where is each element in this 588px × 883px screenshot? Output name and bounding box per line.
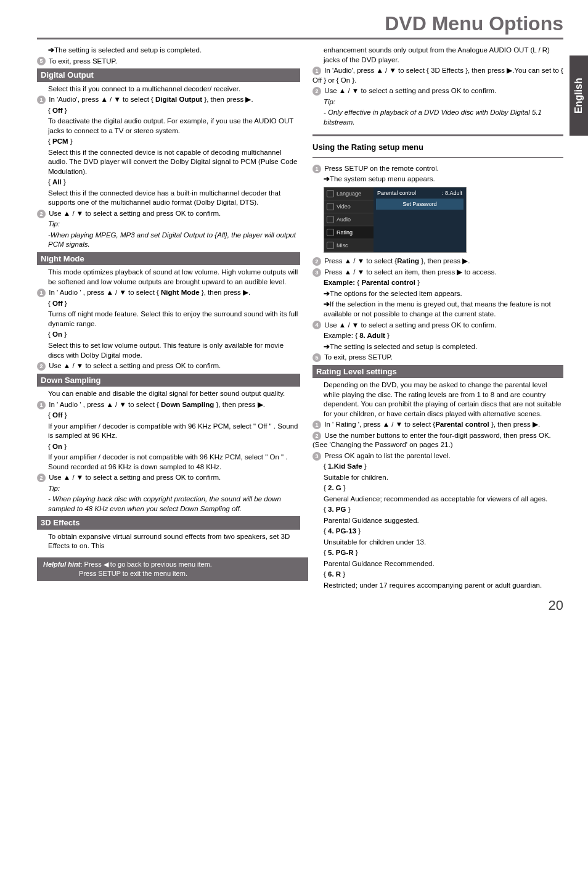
text: In ' Audio ' , press ▲ / ▼ to select { xyxy=(49,401,161,408)
option-off: Off xyxy=(52,411,63,419)
text: }, then press ▶. xyxy=(202,96,253,103)
text: }, then press ▶. xyxy=(214,401,265,408)
step-2-icon: 2 xyxy=(37,474,46,482)
text: The setting is selected and setup is com… xyxy=(330,343,477,350)
text: Press OK again to list the parental leve… xyxy=(324,452,451,459)
option-pg13: 4. PG-13 xyxy=(328,527,356,535)
text: Parental control xyxy=(435,421,489,428)
step-2-icon: 2 xyxy=(37,362,46,371)
option-off: Off xyxy=(52,107,63,114)
option-kid-safe: 1.Kid Safe xyxy=(328,462,362,470)
text: In 'Audio', press ▲ / ▼ to select { xyxy=(49,96,155,103)
menu-row-parental: Parental control: 8.Adult xyxy=(374,187,466,199)
option-on: On xyxy=(52,331,62,338)
text: This mode optimizes playback of sound at… xyxy=(48,268,300,287)
digital-output-heading: Digital Output xyxy=(37,68,300,82)
text: Restricted; under 17 requires accompanyi… xyxy=(324,581,563,591)
helpful-hint: Helpful hint: Press ◀ to go back to prev… xyxy=(37,557,308,581)
text: Use the number buttons to enter the four… xyxy=(312,432,551,449)
option-all: All xyxy=(52,178,62,186)
menu-sidebar: Language Video Audio Rating Misc xyxy=(324,187,374,253)
tip-text: - Only effective in playback of a DVD Vi… xyxy=(324,108,563,127)
arrow-icon xyxy=(324,343,330,350)
page-number: 20 xyxy=(37,598,563,614)
menu-screenshot: Language Video Audio Rating Misc Parenta… xyxy=(324,187,467,253)
text: The options for the selected item appear… xyxy=(330,290,462,297)
text: In ' Rating ', press ▲ / ▼ to select { xyxy=(324,421,435,428)
step-5-icon: 5 xyxy=(37,57,46,65)
text: Night Mode xyxy=(161,289,200,296)
option-off: Off xyxy=(52,300,63,307)
text: Use ▲ / ▼ to select a setting and press … xyxy=(324,87,496,94)
divider: Using the Rating setup menu xyxy=(312,134,563,158)
text: To obtain expansive virtual surround sou… xyxy=(48,532,300,551)
misc-icon xyxy=(327,242,334,249)
page-title: DVD Menu Options xyxy=(37,12,563,39)
text: } xyxy=(385,332,390,339)
tip-label: Tip: xyxy=(48,484,300,494)
example-label: Example: xyxy=(324,279,355,286)
text: The setting is selected and setup is com… xyxy=(54,46,202,54)
menu-item-rating: Rating xyxy=(324,226,374,239)
text: In 'Audio', press ▲ / ▼ to select { 3D E… xyxy=(312,67,563,84)
text: The system setup menu appears. xyxy=(330,175,435,183)
text: If your amplifier / decoder is compatibl… xyxy=(48,422,300,441)
text: Select this if the connected device is n… xyxy=(48,148,300,177)
text: }, then press ▶. xyxy=(419,257,470,265)
text: Digital Output xyxy=(155,96,202,103)
step-2-icon: 2 xyxy=(312,87,321,96)
arrow-icon xyxy=(48,46,54,54)
rating-setup-title: Using the Rating setup menu xyxy=(312,142,563,153)
hint-text: : Press ◀ to go back to previous menu it… xyxy=(81,561,212,568)
example-value: Parental control xyxy=(361,279,415,286)
text: Example: { xyxy=(324,332,359,339)
right-column: enhancement sounds only output from the … xyxy=(312,46,563,591)
option-on: On xyxy=(52,443,62,450)
text: If the selection in the menu is greyed o… xyxy=(324,300,551,318)
arrow-icon xyxy=(324,300,330,308)
text: To exit, press SETUP. xyxy=(49,57,117,65)
option-pcm: PCM xyxy=(52,138,68,145)
lock-icon xyxy=(327,229,334,236)
hint-label: Helpful hint xyxy=(43,561,81,568)
menu-item-audio: Audio xyxy=(324,213,374,226)
video-icon xyxy=(327,203,334,210)
text: Press ▲ / ▼ to select { xyxy=(324,257,397,265)
text: Parental Guidance Recommended. xyxy=(324,559,563,569)
menu-item-misc: Misc xyxy=(324,239,374,252)
text: enhancement sounds only output from the … xyxy=(324,46,563,65)
text: Use ▲ / ▼ to select a setting and press … xyxy=(324,321,496,329)
step-1-icon: 1 xyxy=(312,67,321,75)
tip-text: - When playing back disc with copyright … xyxy=(48,495,300,514)
text: General Audience; recommended as accepta… xyxy=(324,495,563,504)
text: Press ▲ / ▼ to select an item, then pres… xyxy=(324,268,496,276)
step-4-icon: 4 xyxy=(312,321,321,329)
night-mode-heading: Night Mode xyxy=(37,252,300,266)
tip-text: -When playing MPEG, MP3 and set Digital … xyxy=(48,231,300,250)
step-5-icon: 5 xyxy=(312,353,321,362)
step-3-icon: 3 xyxy=(312,268,321,277)
text: Press SETUP on the remote control. xyxy=(324,165,439,172)
globe-icon xyxy=(327,190,334,197)
hint-text: Press SETUP to exit the menu item. xyxy=(79,570,187,577)
3d-effects-heading: 3D Effects xyxy=(37,516,300,530)
step-1-icon: 1 xyxy=(312,421,321,429)
tip-label: Tip: xyxy=(324,97,563,107)
text: Select this if the connected device has … xyxy=(48,189,300,208)
text: Select this if you connect to a multicha… xyxy=(48,84,300,94)
menu-item-language: Language xyxy=(324,187,374,200)
text: Turns off night mode feature. Select thi… xyxy=(48,310,300,329)
step-1-icon: 1 xyxy=(37,401,46,409)
text: 8. Adult xyxy=(359,332,385,339)
text: To deactivate the digital audio output. … xyxy=(48,117,300,136)
language-tab: English xyxy=(570,55,588,136)
text: Use ▲ / ▼ to select a setting and press … xyxy=(49,210,221,217)
text: Depending on the DVD, you may be asked t… xyxy=(324,380,563,419)
option-g: 2. G xyxy=(328,484,341,491)
text: Use ▲ / ▼ to select a setting and press … xyxy=(49,474,221,481)
text: To exit, press SETUP. xyxy=(324,353,393,361)
text: }, then press ▶. xyxy=(200,289,251,296)
option-r: 6. R xyxy=(328,570,341,578)
arrow-icon xyxy=(324,290,330,297)
text: Use ▲ / ▼ to select a setting and press … xyxy=(49,362,221,369)
